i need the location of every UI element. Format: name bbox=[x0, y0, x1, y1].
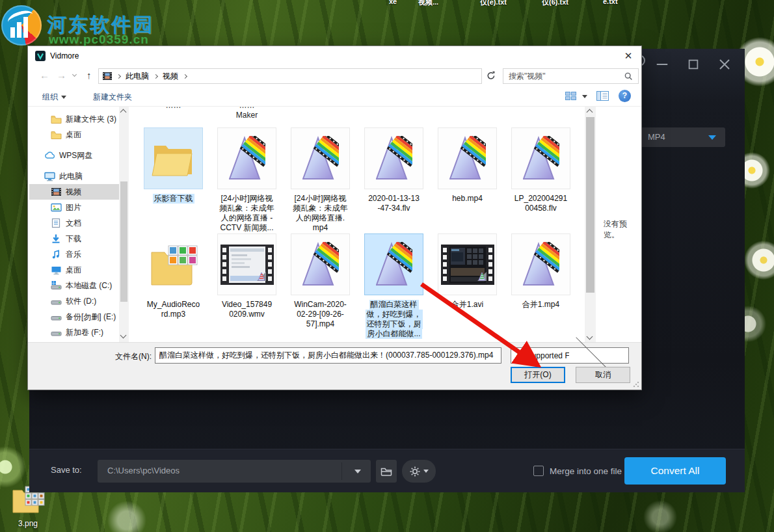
file-name-label: 醋溜白菜这样做，好吃到爆，还特别下饭，厨房小白都能做... bbox=[364, 300, 423, 339]
search-icon bbox=[624, 72, 633, 81]
sidebar-item-0-folder[interactable]: 新建文件夹 (3) bbox=[29, 111, 119, 127]
folder-icon bbox=[51, 129, 62, 140]
new-folder-button[interactable]: 新建文件夹 bbox=[93, 92, 132, 103]
file-tile-r0c2[interactable]: [24小时]网络视频乱象：未成年人的网络直播.mp4 bbox=[291, 127, 350, 233]
file-tile-r1c4[interactable]: 合并1.avi bbox=[438, 233, 497, 310]
chevron-down-icon bbox=[708, 135, 716, 140]
sidebar-item-8-music[interactable]: 音乐 bbox=[29, 246, 119, 262]
site-url: www.pc0359.cn bbox=[49, 33, 149, 47]
search-input[interactable]: 搜索"视频" bbox=[503, 68, 639, 84]
sidebar-item-label: 本地磁盘 (C:) bbox=[66, 280, 112, 291]
forward-button[interactable]: → bbox=[57, 70, 66, 81]
organize-menu[interactable]: 组织 bbox=[42, 92, 66, 103]
file-list-scrollbar[interactable] bbox=[585, 107, 596, 342]
sidebar-scrollbar[interactable] bbox=[119, 107, 129, 342]
file-tile-r1c2[interactable]: WinCam-2020-02-29-[09-26-57].mp4 bbox=[291, 233, 350, 329]
no-preview-text: 没有预览。 bbox=[604, 219, 641, 241]
output-format-dropdown[interactable]: MP4 bbox=[637, 127, 725, 147]
file-name-label: 合并1.mp4 bbox=[511, 300, 570, 310]
video-icon bbox=[51, 187, 62, 197]
file-tile-r1c0[interactable]: My_AudioRecord.mp3 bbox=[144, 233, 203, 319]
sidebar-item-3-computer[interactable]: 此电脑 bbox=[29, 168, 119, 184]
file-name-label: heb.mp4 bbox=[438, 194, 497, 204]
settings-button[interactable] bbox=[402, 460, 436, 483]
sidebar-item-label: 视频 bbox=[66, 187, 81, 198]
up-button[interactable]: ↑ bbox=[87, 70, 92, 81]
sidebar-item-label: 备份[勿删] (E:) bbox=[66, 312, 116, 323]
change-view-icon[interactable] bbox=[565, 92, 577, 101]
sidebar-item-12-drive[interactable]: 备份[勿删] (E:) bbox=[29, 309, 119, 325]
sidebar-item-label: 文档 bbox=[66, 218, 81, 229]
merge-checkbox[interactable] bbox=[533, 466, 544, 476]
desktop-icon bbox=[51, 265, 62, 275]
back-button[interactable]: ← bbox=[40, 70, 49, 81]
open-button[interactable]: 打开(O) bbox=[511, 367, 565, 383]
maximize-button[interactable] bbox=[682, 56, 704, 73]
image-folder-icon bbox=[10, 506, 46, 517]
cancel-button[interactable]: 取消 bbox=[576, 367, 630, 383]
dialog-title-bar: Vidmore ✕ bbox=[28, 46, 641, 66]
filename-input[interactable] bbox=[155, 347, 501, 364]
close-button[interactable] bbox=[714, 56, 736, 73]
sidebar-item-1-folder[interactable]: 桌面 bbox=[29, 127, 119, 142]
file-tile-r0c3[interactable]: 2020-01-13-13-47-34.flv bbox=[364, 127, 423, 213]
file-tile-r0c4[interactable]: heb.mp4 bbox=[438, 127, 497, 204]
open-output-folder-button[interactable] bbox=[376, 460, 397, 483]
sidebar-item-4-video[interactable]: 视频 bbox=[29, 184, 119, 200]
gear-icon bbox=[409, 466, 421, 477]
file-list-scrollbar-thumb[interactable] bbox=[586, 117, 594, 293]
sidebar-item-label: 软件 (D:) bbox=[66, 296, 96, 307]
preview-pane-icon[interactable] bbox=[596, 91, 609, 103]
file-tile-r0c1[interactable]: [24小时]网络视频乱象：未成年人的网络直播 -CCTV 新闻频... bbox=[217, 127, 276, 233]
drive-icon bbox=[51, 312, 62, 322]
clipped-desktop-label: 仅(6).txt bbox=[542, 0, 568, 6]
dialog-close-button[interactable]: ✕ bbox=[621, 49, 636, 63]
video-triangle-icon bbox=[511, 127, 570, 189]
refresh-button[interactable] bbox=[487, 71, 496, 82]
dialog-title: Vidmore bbox=[50, 51, 79, 60]
file-tile-r1c1[interactable]: Video_1578490209.wmv bbox=[217, 233, 276, 319]
merge-checkbox-label: Merge into one file bbox=[550, 466, 622, 476]
save-path-select[interactable]: C:\Users\pc\Videos bbox=[98, 460, 371, 483]
file-tile-r1c3[interactable]: 醋溜白菜这样做，好吃到爆，还特别下饭，厨房小白都能做... bbox=[364, 233, 423, 339]
minimize-button[interactable] bbox=[651, 56, 673, 73]
breadcrumb-videos[interactable]: 视频 bbox=[163, 71, 178, 82]
history-chevron-icon[interactable] bbox=[72, 72, 77, 77]
file-name-label: My_AudioRecord.mp3 bbox=[144, 300, 203, 319]
watermark: 河东软件园 www.pc0359.cn bbox=[0, 4, 208, 46]
breadcrumb-this-pc[interactable]: 此电脑 bbox=[126, 71, 149, 82]
folder-photos-icon bbox=[144, 233, 203, 295]
sidebar-item-label: 图片 bbox=[66, 202, 81, 213]
file-name-label: WinCam-2020-02-29-[09-26-57].mp4 bbox=[291, 300, 350, 329]
breadcrumb: 此电脑 视频 bbox=[98, 68, 482, 84]
sidebar-item-5-pictures[interactable]: 图片 bbox=[29, 200, 119, 215]
resize-grip[interactable] bbox=[633, 381, 639, 388]
help-icon[interactable]: ? bbox=[619, 90, 631, 102]
sidebar-item-7-download[interactable]: 下载 bbox=[29, 231, 119, 246]
pictures-icon bbox=[51, 202, 62, 213]
document-icon bbox=[51, 218, 62, 228]
drive-icon bbox=[51, 327, 62, 338]
sidebar-item-2-cloud[interactable]: WPS网盘 bbox=[29, 148, 119, 163]
file-tile-r1c5[interactable]: 合并1.mp4 bbox=[511, 233, 570, 310]
file-tile-r0c0[interactable]: 乐影音下载 bbox=[144, 127, 203, 204]
sidebar-item-9-desktop[interactable]: 桌面 bbox=[29, 262, 119, 278]
sidebar-item-11-drive[interactable]: 软件 (D:) bbox=[29, 293, 119, 309]
file-type-dropdown[interactable]: All Supported Formats (*.ts; bbox=[511, 347, 629, 364]
dialog-nav-bar: ← → ↑ 此电脑 视频 搜索"视频" bbox=[28, 66, 641, 86]
site-logo-icon bbox=[1, 5, 42, 46]
folder-open-icon bbox=[144, 127, 203, 189]
download-icon bbox=[51, 233, 62, 244]
filename-label: 文件名(N): bbox=[90, 351, 152, 362]
sidebar-item-13-drive[interactable]: 新加卷 (F:) bbox=[29, 325, 119, 340]
convert-all-button[interactable]: Convert All bbox=[624, 457, 726, 485]
video-triangle-icon bbox=[511, 233, 570, 295]
sidebar-item-10-drive-windows[interactable]: 本地磁盘 (C:) bbox=[29, 278, 119, 293]
file-tile-r0c5[interactable]: LP_20200429100458.flv bbox=[511, 127, 570, 213]
clipped-desktop-label: xe bbox=[389, 0, 397, 5]
chevron-down-icon[interactable] bbox=[582, 95, 587, 98]
file-name-label: [24小时]网络视频乱象：未成年人的网络直播 -CCTV 新闻频... bbox=[217, 194, 276, 233]
sidebar-item-6-document[interactable]: 文档 bbox=[29, 215, 119, 231]
sidebar-scrollbar-thumb[interactable] bbox=[120, 181, 127, 302]
video-triangle-icon bbox=[438, 127, 497, 189]
